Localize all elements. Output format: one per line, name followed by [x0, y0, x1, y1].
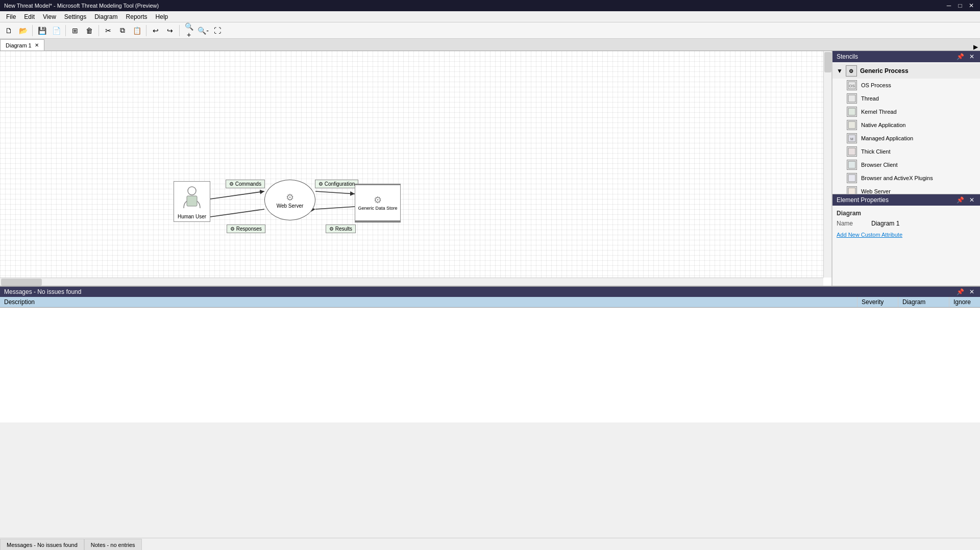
- svg-rect-16: [848, 161, 855, 168]
- menu-diagram[interactable]: Diagram: [90, 12, 121, 21]
- name-prop-label: Name: [837, 220, 867, 227]
- tab-scroll-right[interactable]: ▶: [971, 43, 980, 51]
- stencil-item-web-server[interactable]: Web Server: [832, 185, 980, 194]
- save-button[interactable]: 💾: [35, 24, 48, 37]
- svg-line-1: [210, 209, 264, 217]
- messages-close-button[interactable]: ✕: [968, 288, 976, 295]
- stencil-item-native-app[interactable]: Native Application: [832, 118, 980, 132]
- col-ignore: Ignore: [949, 297, 980, 307]
- stencil-item-os-process[interactable]: OS OS Process: [832, 79, 980, 92]
- stencil-item-browser-client[interactable]: Browser Client: [832, 158, 980, 171]
- stencil-group-arrow: ▼: [837, 67, 843, 74]
- tab-close-button[interactable]: ✕: [35, 42, 39, 48]
- generic-process-group-icon: ⚙: [846, 65, 857, 77]
- menu-help[interactable]: Help: [152, 12, 173, 21]
- zoom-in-button[interactable]: 🔍+: [182, 24, 195, 37]
- toolbar: 🗋 📂 💾 📄 ⊞ 🗑 ✂ ⧉ 📋 ↩ ↪ 🔍+ 🔍- ⛶: [0, 22, 980, 39]
- toolbar-sep-3: [99, 25, 99, 36]
- add-custom-attr-link[interactable]: Add New Custom Attribute: [837, 232, 902, 238]
- stencil-group-generic-process[interactable]: ▼ ⚙ Generic Process: [832, 63, 980, 79]
- close-button[interactable]: ✕: [967, 1, 976, 10]
- restore-button[interactable]: □: [955, 1, 965, 10]
- results-label[interactable]: ⚙ Results: [326, 224, 356, 233]
- paste-button[interactable]: 📋: [130, 24, 143, 37]
- tab-label: Diagram 1: [6, 42, 32, 48]
- zoom-fit-button[interactable]: ⛶: [211, 24, 224, 37]
- stencil-item-thread[interactable]: Thread: [832, 92, 980, 105]
- cut-button[interactable]: ✂: [102, 24, 115, 37]
- menu-file[interactable]: File: [2, 12, 20, 21]
- browser-activex-label: Browser and ActiveX Plugins: [861, 175, 933, 181]
- menu-edit[interactable]: Edit: [20, 12, 39, 21]
- svg-line-2: [315, 191, 355, 194]
- stencil-item-browser-activex[interactable]: Browser and ActiveX Plugins: [832, 171, 980, 185]
- undo-button[interactable]: ↩: [149, 24, 162, 37]
- stencil-item-managed-app[interactable]: M Managed Application: [832, 132, 980, 145]
- web-server-element[interactable]: ⚙ Web Server: [264, 180, 315, 220]
- canvas-scrollbar-vertical[interactable]: [823, 51, 831, 278]
- elem-props-close-button[interactable]: ✕: [968, 196, 976, 204]
- stencil-group-label: Generic Process: [860, 67, 909, 74]
- menu-view[interactable]: View: [39, 12, 60, 21]
- toolbar-sep-5: [179, 25, 180, 36]
- browser-client-label: Browser Client: [861, 162, 898, 168]
- new-button[interactable]: 🗋: [2, 24, 15, 37]
- elem-props-pin-button[interactable]: 📌: [955, 196, 966, 204]
- svg-rect-11: [848, 108, 855, 115]
- element-properties-content: Diagram Name Diagram 1 Add New Custom At…: [832, 206, 980, 242]
- canvas[interactable]: Human User ⚙ Commands ⚙ Responses ⚙: [0, 51, 823, 278]
- thick-client-icon: [847, 146, 857, 157]
- saveas-button[interactable]: 📄: [50, 24, 63, 37]
- connections-svg: [0, 51, 823, 278]
- stencils-header: Stencils 📌 ✕: [832, 51, 980, 62]
- element-properties-panel: Element Properties 📌 ✕ Diagram Name Diag…: [832, 194, 980, 286]
- new-diagram-button[interactable]: ⊞: [68, 24, 82, 37]
- open-button[interactable]: 📂: [16, 24, 30, 37]
- status-tab-messages[interactable]: Messages - No issues found: [0, 539, 84, 550]
- messages-pin-button[interactable]: 📌: [955, 288, 966, 295]
- svg-rect-10: [848, 95, 855, 102]
- stencils-pin-button[interactable]: 📌: [955, 53, 966, 60]
- main-content: Human User ⚙ Commands ⚙ Responses ⚙: [0, 51, 980, 286]
- element-properties-header: Element Properties 📌 ✕: [832, 194, 980, 206]
- commands-label[interactable]: ⚙ Commands: [226, 180, 265, 188]
- minimize-button[interactable]: ─: [944, 1, 953, 10]
- managed-app-label: Managed Application: [861, 135, 913, 141]
- responses-text: ⚙ Responses: [230, 226, 262, 232]
- messages-title: Messages - No issues found: [4, 288, 81, 295]
- tab-diagram1[interactable]: Diagram 1 ✕: [0, 39, 44, 51]
- right-panel: Stencils 📌 ✕ ▼ ⚙ Generic Process OS: [832, 51, 980, 286]
- configuration-flow-label: ⚙ Configuration: [315, 180, 358, 188]
- svg-line-0: [210, 191, 264, 199]
- menubar: File Edit View Settings Diagram Reports …: [0, 11, 980, 22]
- custom-attr-row: Add New Custom Attribute: [837, 231, 976, 238]
- redo-button[interactable]: ↪: [163, 24, 177, 37]
- results-flow-label: ⚙ Results: [326, 224, 356, 233]
- configuration-label[interactable]: ⚙ Configuration: [315, 180, 358, 188]
- status-tab-messages-label: Messages - No issues found: [7, 542, 78, 548]
- stencils-close-button[interactable]: ✕: [968, 53, 976, 60]
- col-description: Description: [0, 297, 857, 307]
- stencil-item-kernel-thread[interactable]: Kernel Thread: [832, 105, 980, 118]
- native-app-icon: [847, 120, 857, 130]
- stencil-item-thick-client[interactable]: Thick Client: [832, 145, 980, 158]
- human-user-element[interactable]: Human User: [174, 181, 210, 222]
- menu-settings[interactable]: Settings: [60, 12, 90, 21]
- canvas-scrollbar-horizontal[interactable]: [0, 278, 823, 286]
- copy-button[interactable]: ⧉: [116, 24, 129, 37]
- delete-diagram-button[interactable]: 🗑: [83, 24, 96, 37]
- status-tab-notes[interactable]: Notes - no entries: [84, 539, 142, 550]
- titlebar-title: New Threat Model* - Microsoft Threat Mod…: [4, 3, 159, 9]
- commands-flow-label: ⚙ Commands: [226, 180, 265, 188]
- canvas-area[interactable]: Human User ⚙ Commands ⚙ Responses ⚙: [0, 51, 832, 286]
- web-server-stencil-label: Web Server: [861, 188, 891, 194]
- messages-table-header: Description Severity Diagram Ignore: [0, 297, 980, 308]
- kernel-thread-icon: [847, 107, 857, 117]
- menu-reports[interactable]: Reports: [122, 12, 152, 21]
- data-store-element[interactable]: ⚙ Generic Data Store: [355, 184, 401, 222]
- toolbar-sep-4: [146, 25, 146, 36]
- toolbar-sep-2: [65, 25, 66, 36]
- zoom-out-button[interactable]: 🔍-: [197, 24, 210, 37]
- responses-label[interactable]: ⚙ Responses: [227, 224, 265, 233]
- os-process-label: OS Process: [861, 82, 891, 88]
